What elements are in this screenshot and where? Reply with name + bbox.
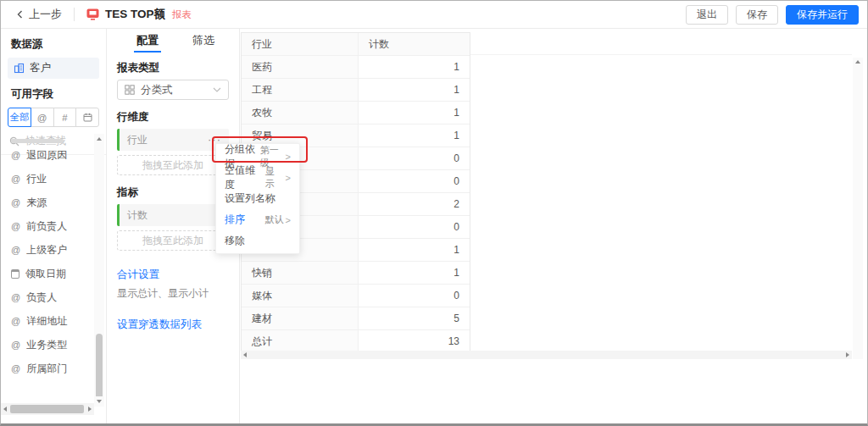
field-item[interactable]: 领取日期: [1, 262, 94, 285]
row-dimension-item-label: 行业: [127, 133, 147, 147]
row-dimension-item-industry[interactable]: 行业 ···: [117, 129, 229, 151]
context-menu-item[interactable]: 空值维度 显示 >: [216, 167, 299, 188]
datasource-label: 客户: [30, 61, 51, 75]
scrollbar-thumb[interactable]: [10, 405, 84, 413]
chevron-left-icon: [16, 10, 24, 19]
table-row[interactable]: 快销 1: [242, 261, 470, 284]
report-builder-window: 上一步 TES TOP额 报表 退出 保存 保存并运行 数据源: [0, 0, 868, 426]
arrow-up-icon: [97, 137, 102, 141]
report-type-value: 分类式: [141, 83, 173, 97]
chevron-right-icon: >: [286, 152, 291, 162]
totals-settings-link[interactable]: 合计设置: [117, 268, 229, 282]
header-border-extension: [470, 54, 852, 55]
report-type-label: 报表类型: [117, 61, 229, 75]
metrics-label: 指标: [117, 185, 229, 200]
arrow-down-icon: [97, 400, 102, 403]
chevron-right-icon: >: [286, 215, 291, 225]
field-item[interactable]: @ 详细地址: [1, 309, 94, 333]
metrics-dropzone[interactable]: 拖拽至此添加: [117, 230, 229, 251]
save-button[interactable]: 保存: [736, 5, 778, 25]
table-row[interactable]: 总计 13: [242, 329, 470, 352]
filter-tab-date[interactable]: [75, 108, 99, 127]
table-row[interactable]: 医药 1: [242, 55, 470, 78]
table-row[interactable]: 农牧 1: [242, 101, 470, 124]
sidebar-vertical-scrollbar[interactable]: [94, 134, 104, 407]
calendar-icon: [83, 113, 92, 122]
at-icon: @: [11, 363, 20, 373]
topbar: 上一步 TES TOP额 报表 退出 保存 保存并运行: [1, 1, 867, 29]
at-icon: @: [11, 292, 20, 302]
at-icon: @: [11, 316, 20, 326]
field-item[interactable]: @ 来源: [1, 191, 94, 214]
context-menu-item[interactable]: 排序 默认 >: [216, 209, 299, 230]
clipped-text: [11, 139, 64, 143]
table-row[interactable]: 工程 1: [242, 78, 470, 101]
field-item[interactable]: @ 退回原因: [1, 143, 94, 167]
building-icon: [14, 63, 25, 74]
field-item[interactable]: @ 行业: [1, 167, 94, 191]
arrow-right-icon: [88, 407, 92, 412]
arrow-right-icon: [846, 352, 849, 357]
sidebar: 数据源 客户 可用字段 全部 @ #: [1, 29, 107, 423]
report-type-select[interactable]: 分类式: [117, 80, 229, 100]
divider: [74, 8, 75, 21]
at-icon: @: [11, 245, 20, 255]
config-tabs: 配置 筛选: [107, 29, 239, 53]
field-list: @ 退回原因 @ 行业 @ 来源 @ 前负责人: [1, 134, 94, 375]
back-button[interactable]: 上一步: [16, 7, 62, 22]
table-header-row: 行业 计数: [242, 33, 470, 55]
field-item[interactable]: @ 前负责人: [1, 214, 94, 238]
filter-tab-number[interactable]: #: [53, 108, 77, 127]
arrow-left-icon: [3, 407, 7, 412]
row-dimension-dropzone[interactable]: 拖拽至此添加: [117, 155, 229, 175]
table-row[interactable]: 建材 5: [242, 307, 470, 329]
metric-item-count[interactable]: 计数: [117, 204, 229, 226]
calendar-icon: [11, 269, 19, 279]
scroll-up-button[interactable]: [94, 134, 104, 144]
chevron-down-icon: [213, 87, 221, 92]
context-menu-item[interactable]: 设置列名称 >: [216, 188, 299, 209]
preview-vertical-scrollbar[interactable]: [853, 58, 863, 359]
tab-config[interactable]: 配置: [136, 29, 159, 53]
table-row[interactable]: 媒体 0: [242, 284, 470, 307]
scroll-down-button[interactable]: [94, 396, 104, 407]
at-icon: @: [11, 221, 20, 231]
context-menu-item[interactable]: 移除 >: [216, 230, 299, 252]
field-item[interactable]: @ 负责人: [1, 285, 94, 309]
at-icon: @: [11, 197, 20, 207]
save-and-run-button[interactable]: 保存并运行: [786, 5, 859, 25]
column-header-dimension: 行业: [242, 33, 359, 55]
report-title: TES TOP额: [105, 7, 165, 22]
clipped-field-item[interactable]: [1, 134, 94, 143]
arrow-up-icon: [855, 60, 860, 64]
totals-settings-desc: 显示总计、显示小计: [117, 286, 229, 301]
report-type-tag: 报表: [172, 8, 192, 21]
grid-icon: [125, 85, 135, 95]
more-icon[interactable]: ···: [208, 137, 221, 141]
field-filter-tabs: 全部 @ #: [8, 108, 99, 127]
datasource-heading: 数据源: [11, 37, 96, 52]
context-menu: 分组依据 第一级 > 空值维度 显示 > 设置列名称 >: [215, 143, 300, 254]
metric-item-label: 计数: [127, 208, 147, 223]
exit-button[interactable]: 退出: [686, 5, 728, 25]
report-icon: [86, 8, 99, 20]
back-label: 上一步: [29, 7, 62, 22]
field-item[interactable]: @ 所属部门: [1, 357, 94, 375]
drill-through-link[interactable]: 设置穿透数据列表: [117, 318, 229, 332]
preview-area: 行业 计数 医药 1 工程 1 农牧 1: [240, 29, 867, 423]
field-item[interactable]: @ 业务类型: [1, 333, 94, 357]
row-dimension-label: 行维度: [117, 110, 229, 124]
filter-tab-all[interactable]: 全部: [8, 108, 31, 127]
datasource-item-customer[interactable]: 客户: [8, 58, 99, 79]
field-item[interactable]: @ 上级客户: [1, 238, 94, 262]
fields-heading: 可用字段: [11, 87, 96, 102]
column-header-measure: 计数: [359, 33, 470, 55]
at-icon: @: [11, 174, 20, 184]
at-icon: @: [11, 150, 20, 160]
filter-tab-text[interactable]: @: [31, 108, 54, 127]
preview-horizontal-scrollbar[interactable]: [241, 351, 852, 359]
sidebar-horizontal-scrollbar[interactable]: [1, 403, 94, 415]
chevron-right-icon: >: [286, 173, 291, 183]
tab-filter[interactable]: 筛选: [192, 29, 214, 53]
at-icon: @: [11, 340, 20, 350]
